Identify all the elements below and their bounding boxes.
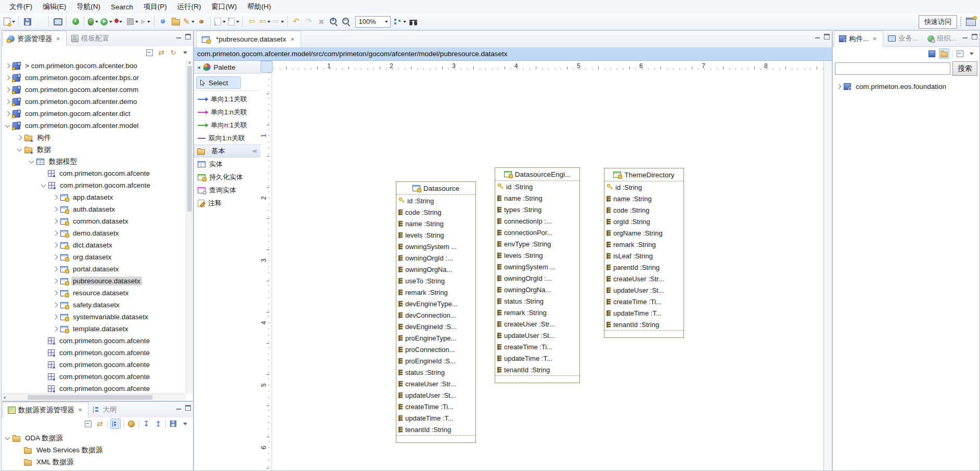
save-button[interactable] [169,419,178,428]
relation-tool-4[interactable]: 双向1:n关联 [194,132,261,145]
entity-field[interactable]: remark :String [495,307,579,318]
collapse-all-button[interactable] [955,49,964,58]
open-directory-button[interactable] [170,16,182,28]
import-button[interactable]: ↧ [141,419,151,428]
entity-field[interactable]: owningOrgId :... [396,252,475,264]
tree-row[interactable]: common.datasetx [2,215,186,227]
package-browse-button[interactable] [196,16,208,28]
search-button[interactable]: 搜索 [952,61,977,76]
layout-button[interactable] [393,16,407,28]
chevron-right-icon[interactable] [5,63,10,69]
zoom-level-button[interactable]: 100% [353,16,393,28]
entity-field[interactable]: updateTime :T... [396,412,475,424]
export-button[interactable]: ↥ [153,419,163,428]
dropdown-caret-icon[interactable] [147,21,150,23]
entity-field[interactable]: owningOrgId :... [495,272,579,284]
view-menu-button[interactable] [967,49,976,58]
dropdown-caret-icon[interactable] [223,21,226,23]
dropdown-caret-icon[interactable] [191,21,195,23]
dropdown-caret-icon[interactable] [281,21,284,23]
tree-row[interactable]: demo.datasetx [2,227,186,239]
entity-datasource[interactable]: Datasourceid :Stringcode :Stringname :St… [396,181,476,443]
entity-header[interactable]: DatasourceEngi... [495,168,579,181]
minimize-icon[interactable] [963,34,968,39]
entity-field[interactable]: orgName :String [604,227,684,239]
connect-button[interactable] [126,419,136,428]
new-button[interactable] [3,16,16,28]
entity-field[interactable]: remark :String [604,239,684,250]
open-resource-button[interactable] [157,16,170,28]
close-icon[interactable]: ✕ [55,36,61,42]
delete-button[interactable]: ✖ [315,16,328,28]
chevron-right-icon[interactable] [53,207,58,212]
menu-navigate[interactable]: 导航(N) [71,0,106,14]
tree-row[interactable]: com.primeton.gocom.afcente [2,383,186,394]
chevron-down-icon[interactable] [41,182,46,187]
entity-field[interactable]: devEngineId :S... [396,321,475,332]
dropdown-caret-icon[interactable] [119,21,122,23]
entity-themedirectory[interactable]: ThemeDirectoryid :Stringname :Stringcode… [604,168,684,338]
section-collapse-icon[interactable]: ≪ [252,149,257,154]
start-server-button[interactable] [69,16,82,28]
breadcrumb[interactable]: com.primeton.gocom.afcenter.model/src/co… [194,47,832,61]
undo-button[interactable]: ↶ [290,16,303,28]
chevron-right-icon[interactable] [53,315,58,320]
chevron-right-icon[interactable] [53,279,58,284]
menu-run[interactable]: 运行(R) [172,0,207,14]
explorer-vertical-scrollbar[interactable]: ▴ [186,60,193,394]
maximize-icon[interactable] [185,405,191,411]
group-by-folder-button[interactable] [939,48,949,59]
refresh-button[interactable]: ↻ [169,48,178,57]
show-chip-button[interactable] [927,49,936,58]
entity-field[interactable]: createTime :Ti... [396,401,475,412]
back-quick-button[interactable]: ⇦ [246,16,258,28]
diagram-canvas[interactable]: Datasourceid :Stringcode :Stringname :St… [272,72,823,470]
run-button[interactable] [99,16,113,28]
tab-resource-explorer[interactable]: 资源管理器✕ [3,31,67,47]
relation-tool-1[interactable]: 单向1:1关联 [194,93,261,106]
quick-access-button[interactable]: 快速访问 [919,15,957,29]
tab-business[interactable]: 业务... [883,31,923,46]
tree-row[interactable]: com.primeton.gocom.afcente [2,371,186,383]
entity-datasourceengi[interactable]: DatasourceEngi...id :Stringname :Stringt… [495,167,580,383]
entity-field[interactable]: updateTime :T... [604,307,684,319]
perspective-icon[interactable] [966,18,976,26]
view-menu-button[interactable] [180,48,190,57]
chevron-right-icon[interactable] [53,195,58,200]
entity-field[interactable]: proConnection... [396,344,475,355]
menu-search[interactable]: Search [106,1,138,13]
dropdown-caret-icon[interactable] [135,21,138,23]
entity-field[interactable]: updateUser :St... [604,284,684,296]
tree-row[interactable]: pubresource.datasetx [2,275,186,287]
entity-field[interactable]: createTime :Ti... [495,341,579,352]
minimize-icon[interactable] [815,34,820,39]
collapse-all-button[interactable] [83,419,93,428]
chevron-down-icon[interactable] [17,146,22,151]
entity-field[interactable]: connectionIp :... [495,215,579,227]
chevron-right-icon[interactable] [5,111,10,116]
tree-row[interactable]: com.primeton.gocom.afcente [2,167,186,179]
tree-row[interactable]: Web Services 数据源 [2,444,193,456]
entity-field[interactable]: status :String [495,295,579,307]
back-button[interactable]: ⇦ [258,16,272,28]
tree-row[interactable]: XML 数据源 [2,456,193,468]
dropdown-caret-icon[interactable] [267,21,270,23]
persistent-entity-tool[interactable]: 持久化实体 [194,171,261,184]
dropdown-caret-icon[interactable] [403,21,406,23]
tree-mode-button[interactable] [110,418,121,429]
stop-button[interactable] [126,16,139,28]
chevron-right-icon[interactable] [53,255,58,260]
tree-row[interactable]: com.primeton.gocom.afcenter.demo [2,96,186,108]
entity-field[interactable]: envType :String [495,238,579,250]
search-input[interactable] [835,62,950,75]
tree-row[interactable]: com.primeton.gocom.afcente [2,347,186,359]
ruler-origin-box[interactable] [261,61,273,73]
entity-field[interactable]: createTime :Ti... [604,296,684,307]
tree-row[interactable]: com.primeton.gocom.afcenter.bps.or [2,72,186,84]
menu-project[interactable]: 项目(P) [138,0,172,14]
forward-button[interactable]: ⇨ [272,16,285,28]
tree-row[interactable]: auth.datasetx [2,203,186,215]
find-button[interactable] [407,16,420,28]
query-entity-tool[interactable]: 查询实体 [194,184,261,197]
entity-field[interactable]: updateUser :St... [495,330,579,341]
